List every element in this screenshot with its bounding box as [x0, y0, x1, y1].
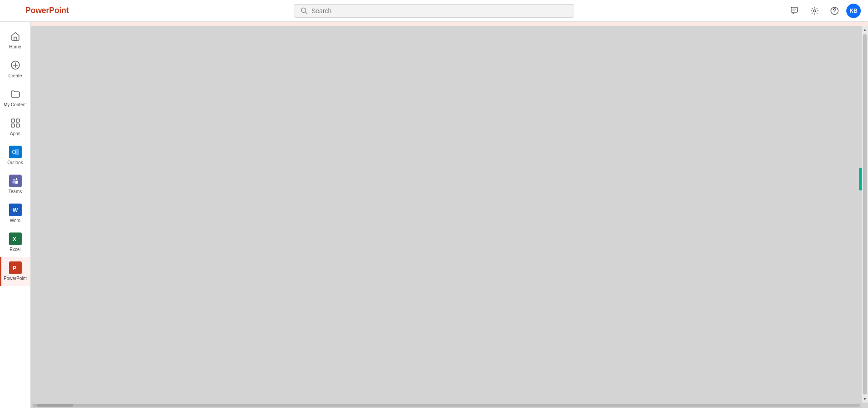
svg-point-21: [15, 178, 17, 180]
help-icon: [830, 7, 839, 15]
powerpoint-icon: P: [9, 261, 22, 274]
bottom-scrollbar[interactable]: [31, 403, 862, 408]
outlook-icon: [9, 146, 22, 158]
svg-rect-13: [16, 119, 19, 122]
create-icon: [9, 59, 22, 71]
sidebar-item-home[interactable]: Home: [0, 25, 30, 54]
svg-point-19: [13, 151, 15, 154]
svg-rect-14: [11, 124, 14, 127]
scroll-thumb[interactable]: [863, 34, 867, 394]
svg-rect-2: [791, 7, 797, 12]
horizontal-scroll-thumb[interactable]: [37, 404, 73, 407]
app-title: PowerPoint: [25, 6, 69, 15]
horizontal-scroll-track: [33, 404, 860, 407]
svg-point-7: [834, 12, 835, 13]
folder-icon: [9, 88, 22, 100]
svg-text:X: X: [13, 236, 16, 242]
sidebar-create-label: Create: [8, 73, 22, 79]
svg-rect-8: [14, 37, 17, 40]
sidebar-item-create[interactable]: Create: [0, 54, 30, 83]
svg-text:W: W: [13, 207, 18, 213]
search-input-wrapper[interactable]: [294, 4, 574, 18]
feedback-button[interactable]: [787, 3, 803, 19]
scroll-up-arrow[interactable]: ▲: [862, 26, 868, 33]
avatar-button[interactable]: KB: [846, 4, 861, 18]
sidebar-item-teams[interactable]: Teams: [0, 170, 30, 199]
main-layout: Home Create My Content: [0, 22, 868, 408]
sidebar-teams-label: Teams: [9, 189, 22, 195]
excel-icon: X: [9, 232, 22, 245]
sidebar-item-apps[interactable]: Apps: [0, 112, 30, 141]
teams-icon: [9, 175, 22, 187]
help-button[interactable]: [826, 3, 843, 19]
sidebar-item-word[interactable]: W Word: [0, 199, 30, 228]
svg-line-1: [306, 12, 307, 14]
main-content: ▲ ▼: [31, 26, 868, 408]
top-accent-bar: [31, 22, 868, 26]
settings-icon: [811, 7, 819, 15]
svg-rect-15: [16, 124, 19, 127]
sidebar-home-label: Home: [9, 44, 21, 50]
feedback-icon: [791, 7, 799, 15]
sidebar-item-powerpoint[interactable]: P PowerPoint: [0, 257, 30, 286]
apps-icon: [9, 117, 22, 129]
sidebar-outlook-label: Outlook: [7, 160, 23, 166]
svg-point-22: [13, 179, 14, 180]
topbar: PowerPoint: [0, 0, 868, 22]
waffle-menu-button[interactable]: [7, 5, 20, 17]
topbar-right: KB: [770, 3, 861, 19]
search-bar: [105, 4, 763, 18]
sidebar-excel-label: Excel: [9, 247, 20, 252]
sidebar-powerpoint-label: PowerPoint: [4, 276, 27, 281]
sidebar-my-content-label: My Content: [4, 102, 27, 108]
svg-rect-12: [11, 119, 14, 122]
search-input[interactable]: [311, 7, 567, 14]
sidebar-item-excel[interactable]: X Excel: [0, 228, 30, 257]
sidebar-item-outlook[interactable]: Outlook: [0, 141, 30, 170]
content-area: ▲ ▼: [31, 22, 868, 408]
svg-point-5: [814, 9, 816, 12]
sidebar-item-my-content[interactable]: My Content: [0, 83, 30, 112]
sidebar-apps-label: Apps: [10, 131, 20, 137]
sidebar-word-label: Word: [10, 218, 21, 223]
home-icon: [9, 30, 22, 43]
right-scrollbar[interactable]: ▲ ▼: [862, 26, 868, 403]
scroll-down-arrow[interactable]: ▼: [862, 395, 868, 403]
sidebar: Home Create My Content: [0, 22, 31, 408]
settings-button[interactable]: [807, 3, 823, 19]
word-icon: W: [9, 204, 22, 216]
svg-text:P: P: [13, 265, 16, 271]
topbar-left: PowerPoint: [7, 5, 98, 17]
search-icon: [301, 7, 308, 14]
